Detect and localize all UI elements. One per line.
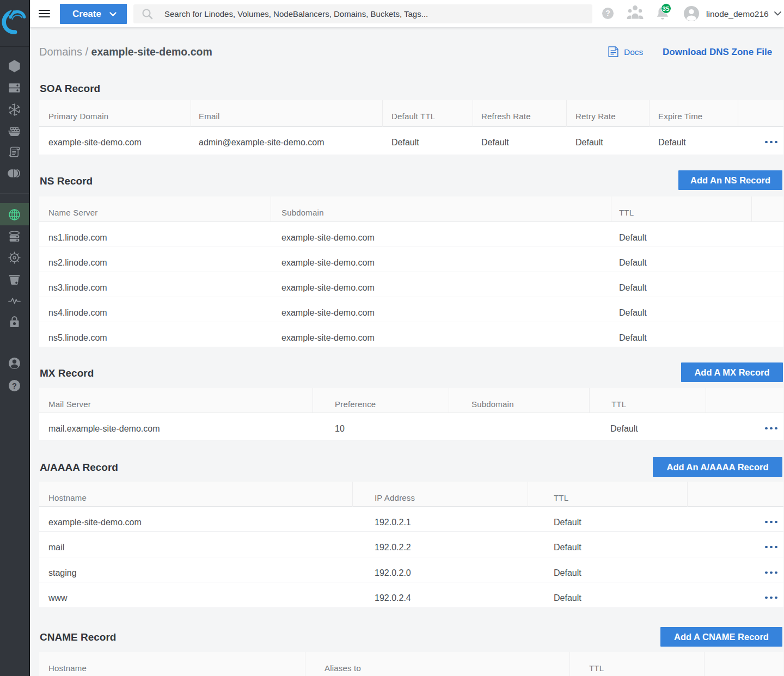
svg-text:?: ? xyxy=(605,9,610,17)
svg-text:?: ? xyxy=(12,381,17,390)
